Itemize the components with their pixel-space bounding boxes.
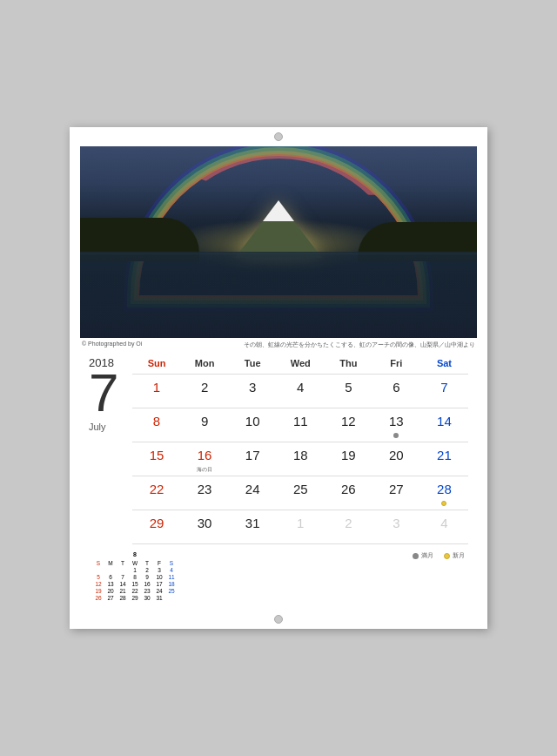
day-19: 19 <box>325 442 372 476</box>
day-14: 14 <box>420 408 468 442</box>
day-8: 8 <box>132 408 180 442</box>
day-29: 29 <box>132 510 180 543</box>
mini-d-16: 16 <box>141 580 153 587</box>
day-15: 15 <box>132 442 180 476</box>
caption-left: © Photographed by Oi <box>82 341 142 349</box>
day-9: 9 <box>181 408 229 442</box>
mini-d-3: 3 <box>153 566 165 573</box>
mini-d-29: 29 <box>129 594 141 601</box>
day-10: 10 <box>229 408 277 442</box>
year-month-block: 2018 7 July <box>89 356 118 432</box>
week-3: 15 16 海の日 17 18 19 20 21 <box>132 442 468 476</box>
day-16-note: 海の日 <box>181 466 229 474</box>
day-27: 27 <box>372 476 420 510</box>
mini-header-s2: S <box>165 559 178 566</box>
mini-header-w: W <box>129 559 141 566</box>
day-25: 25 <box>277 476 325 510</box>
mini-d-empty1 <box>92 566 104 573</box>
calendar-body: 2018 7 July Sun Mon Tue Wed Thu Fri Sat <box>80 349 477 618</box>
mini-d-8: 8 <box>129 573 141 580</box>
mini-d-22: 22 <box>129 587 141 594</box>
new-moon-dot-13 <box>393 433 399 438</box>
day-24: 24 <box>229 476 277 510</box>
mini-d-11: 11 <box>165 573 178 580</box>
mini-d-13: 13 <box>104 580 117 587</box>
legend-new-moon: 満月 <box>413 551 433 560</box>
day-5: 5 <box>325 375 372 408</box>
mini-d-18: 18 <box>165 580 178 587</box>
hole-bottom <box>274 615 283 624</box>
reflection <box>80 252 477 338</box>
mini-d-21: 21 <box>117 587 129 594</box>
mini-d-empty3 <box>117 566 129 573</box>
mini-header-f: F <box>153 559 165 566</box>
mini-d-30: 30 <box>141 594 153 601</box>
mini-d-23: 23 <box>141 587 153 594</box>
day-28: 28 <box>420 476 468 510</box>
mini-d-10: 10 <box>153 573 165 580</box>
day-header-thu: Thu <box>325 356 372 370</box>
week-2: 8 9 10 11 12 13 14 <box>132 408 468 442</box>
day-header-mon: Mon <box>181 356 229 370</box>
mini-header-s1: S <box>92 559 104 566</box>
day-header-sat: Sat <box>420 356 468 370</box>
hole-top <box>274 132 283 141</box>
day-31: 31 <box>229 510 277 543</box>
day-11: 11 <box>277 408 325 442</box>
full-moon-dot-28 <box>441 501 446 506</box>
mini-cal-month: 8 <box>92 551 178 557</box>
day-1: 1 <box>132 375 180 408</box>
mini-d-24: 24 <box>153 587 165 594</box>
day-aug-2: 2 <box>325 510 372 543</box>
mini-d-15: 15 <box>129 580 141 587</box>
day-4: 4 <box>277 375 325 408</box>
day-12: 12 <box>325 408 372 442</box>
day-22: 22 <box>132 476 180 510</box>
month-name: July <box>89 422 118 432</box>
month-number: 7 <box>89 366 118 420</box>
mini-calendar-section: 8 S M T W T F S 1 2 3 4 <box>89 551 468 601</box>
mini-d-2: 2 <box>141 566 153 573</box>
calendar-weeks: 1 2 3 4 5 6 7 8 9 10 11 12 <box>132 374 468 544</box>
day-7: 7 <box>420 375 468 408</box>
week-1: 1 2 3 4 5 6 7 <box>132 374 468 408</box>
day-16: 16 海の日 <box>181 442 229 476</box>
day-26: 26 <box>325 476 372 510</box>
day-aug-4: 4 <box>420 510 468 543</box>
day-21: 21 <box>420 442 468 476</box>
week-4: 22 23 24 25 26 27 28 <box>132 476 468 510</box>
mini-d-12: 12 <box>92 580 104 587</box>
month-header: 2018 7 July Sun Mon Tue Wed Thu Fri Sat <box>89 356 468 544</box>
mini-header-m: M <box>104 559 117 566</box>
day-2: 2 <box>181 375 229 408</box>
mini-cal-grid: S M T W T F S 1 2 3 4 5 6 <box>92 559 178 601</box>
mountain-snow <box>263 200 294 221</box>
day-header-wed: Wed <box>277 356 325 370</box>
day-header-tue: Tue <box>229 356 277 370</box>
mini-d-19: 19 <box>92 587 104 594</box>
day-header-fri: Fri <box>372 356 420 370</box>
new-moon-legend-label: 満月 <box>421 551 433 560</box>
mini-d-28: 28 <box>117 594 129 601</box>
mini-d-27: 27 <box>104 594 117 601</box>
full-moon-legend-label: 新月 <box>453 551 465 560</box>
photo-caption: © Photographed by Oi その朝、虹線の光芒を分かちたくこする、… <box>80 341 477 349</box>
day-6: 6 <box>372 375 420 408</box>
day-headers: Sun Mon Tue Wed Thu Fri Sat <box>132 356 468 370</box>
day-17: 17 <box>229 442 277 476</box>
mini-d-25: 25 <box>165 587 178 594</box>
mini-d-5: 5 <box>92 573 104 580</box>
mini-d-31: 31 <box>153 594 165 601</box>
mini-d-26: 26 <box>92 594 104 601</box>
mini-calendar-aug: 8 S M T W T F S 1 2 3 4 <box>92 551 178 601</box>
day-aug-1: 1 <box>277 510 325 543</box>
calendar-grid: Sun Mon Tue Wed Thu Fri Sat 1 2 3 4 <box>132 356 468 544</box>
calendar-page: © Photographed by Oi その朝、虹線の光芒を分かちたくこする、… <box>70 127 487 629</box>
mini-d-empty2 <box>104 566 117 573</box>
mini-header-t2: T <box>141 559 153 566</box>
day-18: 18 <box>277 442 325 476</box>
mini-d-7: 7 <box>117 573 129 580</box>
day-20: 20 <box>372 442 420 476</box>
week-5: 29 30 31 1 2 3 4 <box>132 510 468 544</box>
day-13: 13 <box>372 408 420 442</box>
